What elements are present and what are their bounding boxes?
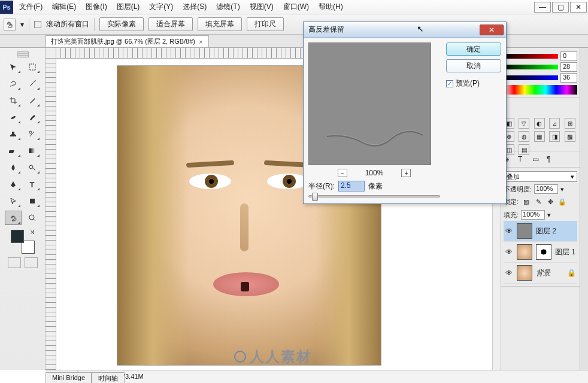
adj-icon[interactable]: ⊿ <box>549 118 560 129</box>
menu-type[interactable]: 文字(Y) <box>148 1 174 13</box>
layer-thumb[interactable] <box>517 223 532 239</box>
blend-mode-select[interactable]: 叠加▾ <box>504 171 577 182</box>
fit-screen-button[interactable]: 适合屏幕 <box>148 17 193 31</box>
bottom-tab-minibridge[interactable]: Mini Bridge <box>46 372 92 383</box>
dropdown-icon[interactable]: ▾ <box>560 186 564 193</box>
b-value[interactable]: 36 <box>560 73 577 83</box>
hand-tool-preset-icon[interactable] <box>4 19 16 31</box>
menu-filter[interactable]: 滤镜(T) <box>215 1 241 13</box>
layer-name[interactable]: 背景 <box>536 268 550 278</box>
adj-icon[interactable]: ◐ <box>534 118 545 129</box>
menu-edit[interactable]: 编辑(E) <box>51 1 77 13</box>
eyedropper-tool[interactable] <box>24 93 41 108</box>
window-min-button[interactable]: — <box>534 2 551 13</box>
layer-row[interactable]: 👁 图层 2 <box>504 221 577 242</box>
panel-grip[interactable] <box>17 51 29 57</box>
adj-icon[interactable]: ◨ <box>549 131 560 142</box>
dropdown-icon[interactable]: ▾ <box>20 20 24 29</box>
lock-all-icon[interactable]: 🔒 <box>558 198 566 206</box>
r-slider[interactable] <box>504 54 558 59</box>
gradient-tool[interactable] <box>24 144 41 158</box>
dodge-tool[interactable] <box>24 160 41 175</box>
lock-move-icon[interactable]: ✥ <box>546 198 554 206</box>
scroll-all-checkbox[interactable] <box>34 21 41 28</box>
preview-checkbox[interactable]: ✓ <box>446 80 453 87</box>
foreground-swatch[interactable] <box>11 230 24 243</box>
window-max-button[interactable]: ▢ <box>552 2 569 13</box>
hand-tool[interactable] <box>5 211 22 225</box>
dialog-close-button[interactable]: ✕ <box>480 25 504 35</box>
radius-slider-thumb[interactable] <box>312 193 318 201</box>
dropdown-icon[interactable]: ▾ <box>547 211 551 219</box>
lasso-tool[interactable] <box>5 77 22 91</box>
visibility-icon[interactable]: 👁 <box>505 269 513 277</box>
adj-icon[interactable]: ◍ <box>519 131 529 142</box>
layer-mask-thumb[interactable] <box>536 244 551 260</box>
opacity-field[interactable]: 100% <box>534 184 558 194</box>
cancel-button[interactable]: 取消 <box>446 59 501 72</box>
doc-info[interactable]: 文档:1.02M/3.41M <box>85 372 588 381</box>
g-value[interactable]: 28 <box>560 62 577 72</box>
adj-icon[interactable]: ▦ <box>534 131 545 142</box>
collapsed-panels-strip[interactable] <box>580 48 588 370</box>
radius-input[interactable]: 2.5 <box>338 181 365 192</box>
layer-row[interactable]: 👁 背景 🔒 <box>504 263 577 284</box>
screenmode-icon[interactable] <box>25 257 38 268</box>
layer-name[interactable]: 图层 2 <box>536 226 556 236</box>
window-close-button[interactable]: ✕ <box>570 2 587 13</box>
visibility-icon[interactable]: 👁 <box>505 248 513 256</box>
zoom-out-button[interactable]: − <box>338 169 347 177</box>
wand-tool[interactable] <box>24 77 41 91</box>
type-tool[interactable]: T <box>24 177 41 192</box>
crop-tool[interactable] <box>5 93 22 108</box>
adj-icon[interactable]: ▽ <box>519 118 529 129</box>
swap-colors-icon[interactable]: ⤭ <box>30 229 35 235</box>
path-select-tool[interactable] <box>5 194 22 208</box>
zoom-in-button[interactable]: + <box>401 169 411 177</box>
r-value[interactable]: 0 <box>560 51 577 61</box>
shape-tool[interactable] <box>24 194 41 208</box>
b-slider[interactable] <box>504 75 558 80</box>
blur-tool[interactable] <box>5 160 22 175</box>
color-spectrum[interactable] <box>504 85 577 95</box>
fill-screen-button[interactable]: 填充屏幕 <box>198 17 242 31</box>
adj-icon[interactable]: ⊞ <box>565 118 575 129</box>
print-size-button[interactable]: 打印尺 <box>247 17 284 31</box>
visibility-icon[interactable]: 👁 <box>505 227 513 235</box>
filter-preview[interactable] <box>308 42 431 165</box>
ok-button[interactable]: 确定 <box>446 42 501 56</box>
marquee-tool[interactable] <box>24 60 41 74</box>
lock-transparent-icon[interactable]: ▨ <box>522 198 531 206</box>
color-swatches[interactable]: ⤭ <box>11 230 35 254</box>
heal-tool[interactable] <box>5 110 22 124</box>
menu-help[interactable]: 帮助(H) <box>317 1 344 13</box>
g-slider[interactable] <box>504 65 558 69</box>
dialog-titlebar[interactable]: 高反差保留 ✕ <box>304 22 506 38</box>
actual-pixels-button[interactable]: 实际像素 <box>99 17 144 31</box>
menu-layer[interactable]: 图层(L) <box>116 1 141 13</box>
stamp-tool[interactable] <box>5 127 22 141</box>
brush-tool[interactable] <box>24 110 41 124</box>
layer-thumb[interactable] <box>517 265 532 281</box>
document-tab[interactable]: 打造完美面部肌肤.jpg @ 66.7% (图层 2, RGB/8#) × <box>46 35 209 47</box>
menu-select[interactable]: 选择(S) <box>181 1 208 13</box>
zoom-tool[interactable] <box>24 211 41 225</box>
layer-thumb[interactable] <box>517 244 532 260</box>
fill-field[interactable]: 100% <box>521 210 545 220</box>
menu-image[interactable]: 图像(I) <box>84 1 108 13</box>
move-tool[interactable] <box>5 60 22 74</box>
adj-icon[interactable]: ▩ <box>565 131 575 142</box>
eraser-tool[interactable] <box>5 144 22 158</box>
more-tab-icon[interactable]: ¶ <box>547 155 555 163</box>
menu-view[interactable]: 视图(V) <box>248 1 275 13</box>
menu-file[interactable]: 文件(F) <box>18 1 44 13</box>
menu-window[interactable]: 窗口(W) <box>282 1 310 13</box>
layer-row[interactable]: 👁 图层 1 <box>504 242 577 263</box>
document-tab-close-icon[interactable]: × <box>199 38 202 45</box>
layer-name[interactable]: 图层 1 <box>555 247 575 257</box>
lock-paint-icon[interactable]: ✎ <box>534 198 542 206</box>
history-brush-tool[interactable] <box>24 127 41 141</box>
channels-tab-icon[interactable]: T <box>518 155 526 163</box>
ruler-vertical[interactable] <box>46 59 56 370</box>
bottom-tab-timeline[interactable]: 时间轴 <box>92 372 125 383</box>
